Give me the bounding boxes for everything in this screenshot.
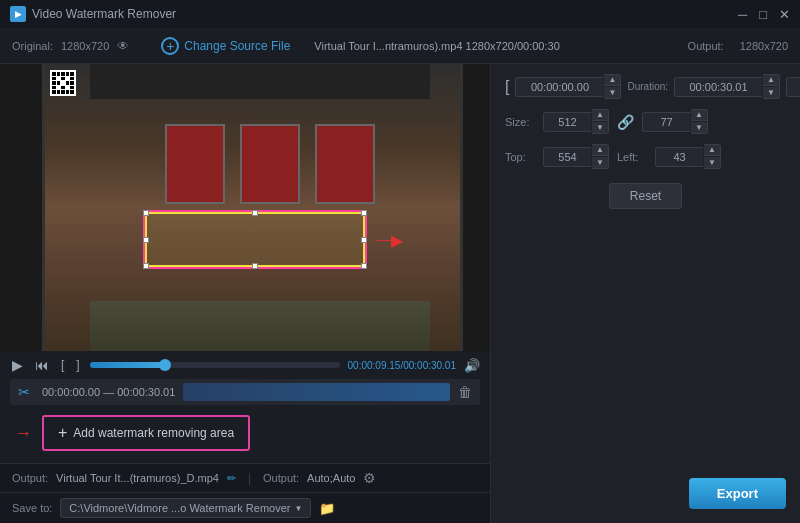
clip-strip: ✂ 00:00:00.00 — 00:00:30.01 🗑 <box>10 379 480 405</box>
clip-in-button[interactable]: [ <box>59 358 66 372</box>
reset-button[interactable]: Reset <box>609 183 682 209</box>
format-label: Output: <box>263 472 299 484</box>
handle-ml[interactable] <box>143 237 149 243</box>
left-label: Left: <box>617 151 647 163</box>
top-stepper: ▲ ▼ <box>592 144 609 169</box>
left-stepper: ▲ ▼ <box>704 144 721 169</box>
export-button[interactable]: Export <box>689 478 786 509</box>
width-input[interactable] <box>543 112 591 132</box>
left-down[interactable]: ▼ <box>704 157 720 168</box>
watermark-selection-box[interactable]: ───▶ <box>145 212 365 267</box>
top-down[interactable]: ▼ <box>592 157 608 168</box>
format-value: Auto;Auto <box>307 472 355 484</box>
progress-bar[interactable] <box>90 362 340 368</box>
add-watermark-button[interactable]: + Add watermark removing area <box>42 415 250 451</box>
link-icon[interactable]: 🔗 <box>617 114 634 130</box>
start-time-up[interactable]: ▲ <box>604 75 620 86</box>
titlebar-controls: ─ □ ✕ <box>738 8 790 21</box>
end-time-input[interactable] <box>786 77 800 97</box>
change-source-button[interactable]: + Change Source File <box>153 33 298 59</box>
volume-icon[interactable]: 🔊 <box>464 358 480 373</box>
size-row: Size: ▲ ▼ 🔗 ▲ ▼ <box>505 109 786 134</box>
main-content: ───▶ ▶ ⏮ [ ] 00:00:09.15/00:00:30.01 🔊 <box>0 64 800 523</box>
height-stepper: ▲ ▼ <box>691 109 708 134</box>
output-label: Output: <box>12 472 48 484</box>
left-up[interactable]: ▲ <box>704 145 720 156</box>
separator: | <box>248 471 251 485</box>
width-down[interactable]: ▼ <box>592 122 608 133</box>
handle-tl[interactable] <box>143 210 149 216</box>
progress-cursor <box>159 359 171 371</box>
duration-label: Duration: <box>627 81 668 92</box>
save-label: Save to: <box>12 502 52 514</box>
gear-icon[interactable]: ⚙ <box>363 470 376 486</box>
height-down[interactable]: ▼ <box>691 122 707 133</box>
rewind-button[interactable]: ⏮ <box>33 357 51 373</box>
width-stepper: ▲ ▼ <box>592 109 609 134</box>
maximize-button[interactable]: □ <box>759 8 767 21</box>
pillar-right <box>460 64 490 351</box>
file-info: Virtual Tour I...ntramuros).mp4 1280x720… <box>314 40 671 52</box>
eye-icon[interactable]: 👁 <box>117 39 137 53</box>
scissors-icon: ✂ <box>18 384 34 400</box>
clip-time-range: 00:00:00.00 — 00:00:30.01 <box>42 386 175 398</box>
top-field: ▲ ▼ <box>543 144 609 169</box>
width-field: ▲ ▼ <box>543 109 609 134</box>
height-input[interactable] <box>642 112 690 132</box>
bracket-icon[interactable]: [ <box>505 78 509 96</box>
reset-row: Reset <box>505 179 786 209</box>
handle-tr[interactable] <box>361 210 367 216</box>
red-arrow-icon: → <box>14 423 32 444</box>
clip-fill <box>183 383 450 401</box>
duration-down[interactable]: ▼ <box>763 87 779 98</box>
handle-mb[interactable] <box>252 263 258 269</box>
handle-br[interactable] <box>361 263 367 269</box>
output-file: Virtual Tour It...(tramuros)_D.mp4 <box>56 472 219 484</box>
save-row: Save to: C:\Vidmore\Vidmore ...o Waterma… <box>0 492 490 523</box>
delete-clip-button[interactable]: 🗑 <box>458 384 472 400</box>
red-panel-3 <box>315 124 375 204</box>
output-resolution: 1280x720 <box>740 40 788 52</box>
playback-controls: ▶ ⏮ [ ] 00:00:09.15/00:00:30.01 🔊 <box>10 357 480 373</box>
size-label: Size: <box>505 116 535 128</box>
time-range-row: [ ▲ ▼ Duration: ▲ ▼ ▲ ▼ <box>505 74 786 99</box>
video-area: ───▶ <box>0 64 490 351</box>
add-watermark-row: → + Add watermark removing area <box>10 409 480 457</box>
play-button[interactable]: ▶ <box>10 357 25 373</box>
right-panel: [ ▲ ▼ Duration: ▲ ▼ ▲ ▼ <box>490 64 800 523</box>
top-label: Top: <box>505 151 535 163</box>
duration-input[interactable] <box>674 77 762 97</box>
height-up[interactable]: ▲ <box>691 110 707 121</box>
handle-bl[interactable] <box>143 263 149 269</box>
change-source-label: Change Source File <box>184 39 290 53</box>
width-up[interactable]: ▲ <box>592 110 608 121</box>
export-row: Export <box>505 478 786 513</box>
top-up[interactable]: ▲ <box>592 145 608 156</box>
output-bar: Output: Virtual Tour It...(tramuros)_D.m… <box>0 463 490 492</box>
qr-code <box>50 70 76 96</box>
handle-mr[interactable] <box>361 237 367 243</box>
edit-icon[interactable]: ✏ <box>227 472 236 485</box>
output-label: Output: <box>688 40 724 52</box>
save-path-dropdown[interactable]: C:\Vidmore\Vidmore ...o Watermark Remove… <box>60 498 311 518</box>
clip-out-button[interactable]: ] <box>74 358 81 372</box>
ground-area <box>90 301 430 351</box>
start-time-stepper: ▲ ▼ <box>604 74 621 99</box>
top-input[interactable] <box>543 147 591 167</box>
left-panel: ───▶ ▶ ⏮ [ ] 00:00:09.15/00:00:30.01 🔊 <box>0 64 490 523</box>
original-resolution: 1280x720 <box>61 40 109 52</box>
left-input[interactable] <box>655 147 703 167</box>
close-button[interactable]: ✕ <box>779 8 790 21</box>
duration-up[interactable]: ▲ <box>763 75 779 86</box>
end-time-field: ▲ ▼ <box>786 74 800 99</box>
start-time-field: ▲ ▼ <box>515 74 621 99</box>
save-path-text: C:\Vidmore\Vidmore ...o Watermark Remove… <box>69 502 290 514</box>
start-time-down[interactable]: ▼ <box>604 87 620 98</box>
timeline-section: ▶ ⏮ [ ] 00:00:09.15/00:00:30.01 🔊 ✂ 00:0… <box>0 351 490 463</box>
folder-icon[interactable]: 📁 <box>319 501 335 516</box>
handle-mt[interactable] <box>252 210 258 216</box>
minimize-button[interactable]: ─ <box>738 8 747 21</box>
watermark-arrow: ───▶ <box>377 230 403 249</box>
position-row: Top: ▲ ▼ Left: ▲ ▼ <box>505 144 786 169</box>
start-time-input[interactable] <box>515 77 603 97</box>
